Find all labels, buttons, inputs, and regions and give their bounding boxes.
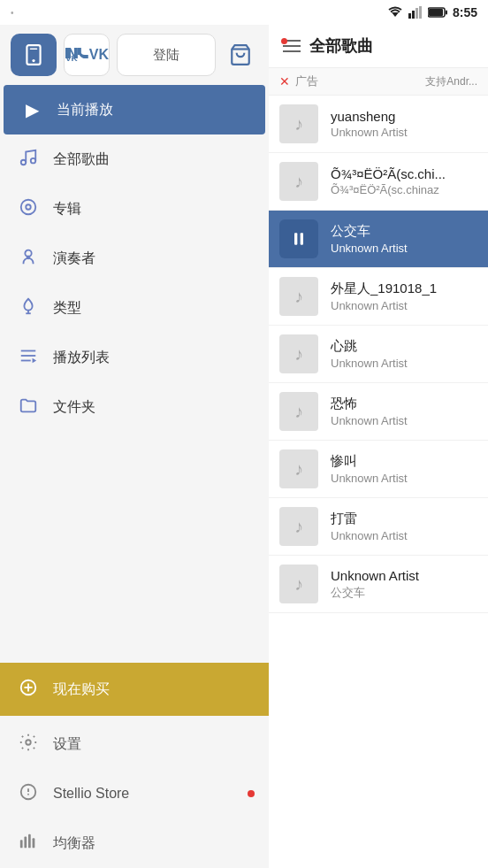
sidebar-item-playlists[interactable]: 播放列表	[0, 333, 269, 382]
settings-label: 设置	[53, 735, 81, 754]
music-nav-icon	[18, 148, 39, 172]
sidebar: VK VK 登陆 ▶ 当前播放	[0, 25, 269, 868]
song-item-3[interactable]: 公交车 Unknown Artist	[269, 211, 488, 268]
song-item-9[interactable]: ♪ Unknown Artist 公交车	[269, 556, 488, 613]
song-item-2[interactable]: ♪ Õ¾³¤ËÖ²Ã(sc.chi... Õ¾³¤ËÖ²Ã(sc.chinaz	[269, 153, 488, 211]
song-info-4: 外星人_191018_1 Unknown Artist	[331, 280, 477, 312]
status-bar: • 8:55	[0, 0, 488, 25]
wifi-dot: •	[11, 8, 14, 18]
music-note-icon-8: ♪	[294, 517, 303, 537]
play-icon: ▶	[21, 99, 42, 120]
song-info-1: yuansheng Unknown Artist	[331, 109, 477, 139]
song-title-5: 心跳	[331, 338, 477, 355]
svg-rect-1	[408, 13, 411, 19]
settings-icon	[18, 733, 39, 757]
song-info-3: 公交车 Unknown Artist	[331, 223, 477, 255]
sidebar-bottom: 设置 Stellio Store	[0, 719, 269, 868]
svg-marker-24	[33, 357, 37, 363]
svg-point-18	[27, 256, 30, 259]
song-title-4: 外星人_191018_1	[331, 280, 477, 297]
svg-point-13	[21, 159, 27, 165]
song-thumb-7: ♪	[279, 449, 318, 488]
song-item-4[interactable]: ♪ 外星人_191018_1 Unknown Artist	[269, 268, 488, 326]
song-item-1[interactable]: ♪ yuansheng Unknown Artist	[269, 96, 488, 153]
song-title-7: 惨叫	[331, 453, 477, 470]
buy-icon	[18, 678, 39, 702]
status-bar-left: •	[11, 8, 14, 18]
svg-point-14	[31, 157, 36, 163]
cart-icon	[229, 43, 252, 66]
vk-button[interactable]: VK VK	[64, 34, 110, 76]
sidebar-item-equalizer[interactable]: 均衡器	[0, 818, 269, 868]
buy-now-label: 现在购买	[53, 680, 110, 699]
hamburger-line-3	[283, 50, 301, 52]
song-artist-2: Õ¾³¤ËÖ²Ã(sc.chinaz	[331, 183, 477, 196]
song-artist-3: Unknown Artist	[331, 242, 477, 255]
song-item-7[interactable]: ♪ 惨叫 Unknown Artist	[269, 441, 488, 498]
svg-point-9	[32, 59, 34, 62]
sidebar-item-artists[interactable]: 演奏者	[0, 234, 269, 283]
svg-rect-34	[28, 833, 31, 848]
cart-button[interactable]	[223, 34, 258, 76]
song-info-8: 打雷 Unknown Artist	[331, 511, 477, 542]
sidebar-item-folders[interactable]: 文件夹	[0, 382, 269, 432]
song-title-2: Õ¾³¤ËÖ²Ã(sc.chi...	[331, 166, 477, 181]
song-info-6: 恐怖 Unknown Artist	[331, 396, 477, 427]
genres-label: 类型	[53, 299, 81, 318]
sidebar-item-stellio[interactable]: Stellio Store	[0, 769, 269, 818]
song-artist-1: Unknown Artist	[331, 126, 477, 139]
music-note-icon-2: ♪	[294, 172, 303, 192]
music-note-icon-6: ♪	[294, 402, 303, 422]
song-thumb-6: ♪	[279, 392, 318, 431]
song-item-6[interactable]: ♪ 恐怖 Unknown Artist	[269, 383, 488, 441]
svg-point-15	[21, 199, 36, 214]
song-title-3: 公交车	[331, 223, 477, 240]
song-list: ♪ yuansheng Unknown Artist ♪ Õ¾³¤ËÖ²Ã(sc…	[269, 96, 488, 868]
svg-rect-4	[419, 6, 422, 19]
hamburger-menu[interactable]	[283, 40, 301, 52]
folders-label: 文件夹	[53, 398, 95, 417]
music-note-icon-5: ♪	[294, 344, 303, 365]
svg-point-28	[26, 740, 31, 745]
right-header: 全部歌曲	[269, 25, 488, 68]
sidebar-item-settings[interactable]: 设置	[0, 719, 269, 769]
svg-rect-6	[429, 9, 443, 16]
song-title-1: yuansheng	[331, 109, 477, 124]
song-info-2: Õ¾³¤ËÖ²Ã(sc.chi... Õ¾³¤ËÖ²Ã(sc.chinaz	[331, 166, 477, 196]
battery-icon	[428, 7, 447, 18]
all-songs-label: 全部歌曲	[53, 150, 110, 169]
song-thumb-8: ♪	[279, 507, 318, 546]
sidebar-item-genres[interactable]: 类型	[0, 283, 269, 333]
ad-banner: ✕ 广告 支持Andr...	[269, 68, 488, 96]
pause-icon-3	[290, 230, 308, 248]
music-note-icon-7: ♪	[294, 459, 303, 480]
song-item-8[interactable]: ♪ 打雷 Unknown Artist	[269, 498, 488, 556]
phone-icon-button[interactable]	[11, 34, 57, 76]
music-note-icon-4: ♪	[294, 287, 303, 307]
login-button[interactable]: 登陆	[117, 34, 216, 76]
ad-close-button[interactable]: ✕	[279, 74, 290, 88]
svg-text:VK: VK	[65, 53, 79, 63]
sidebar-item-now-playing[interactable]: ▶ 当前播放	[4, 85, 265, 134]
svg-rect-33	[24, 836, 27, 848]
vk-icon: VK	[65, 47, 89, 63]
playlists-label: 播放列表	[53, 349, 110, 367]
song-info-9: Unknown Artist 公交车	[331, 568, 477, 601]
login-label: 登陆	[153, 47, 179, 64]
buy-now-button[interactable]: 现在购买	[0, 663, 269, 716]
svg-rect-7	[446, 11, 447, 15]
song-artist-5: Unknown Artist	[331, 357, 477, 370]
sidebar-item-all-songs[interactable]: 全部歌曲	[0, 134, 269, 184]
song-item-5[interactable]: ♪ 心跳 Unknown Artist	[269, 326, 488, 383]
song-thumb-1: ♪	[279, 104, 318, 143]
svg-marker-0	[392, 12, 399, 17]
song-artist-9: 公交车	[331, 585, 477, 601]
store-icon	[18, 782, 39, 806]
svg-rect-32	[20, 840, 23, 848]
svg-rect-3	[416, 8, 418, 19]
svg-rect-36	[294, 233, 297, 244]
svg-rect-35	[33, 838, 35, 848]
song-artist-7: Unknown Artist	[331, 472, 477, 485]
panel-title: 全部歌曲	[309, 35, 373, 57]
sidebar-item-albums[interactable]: 专辑	[0, 184, 269, 234]
